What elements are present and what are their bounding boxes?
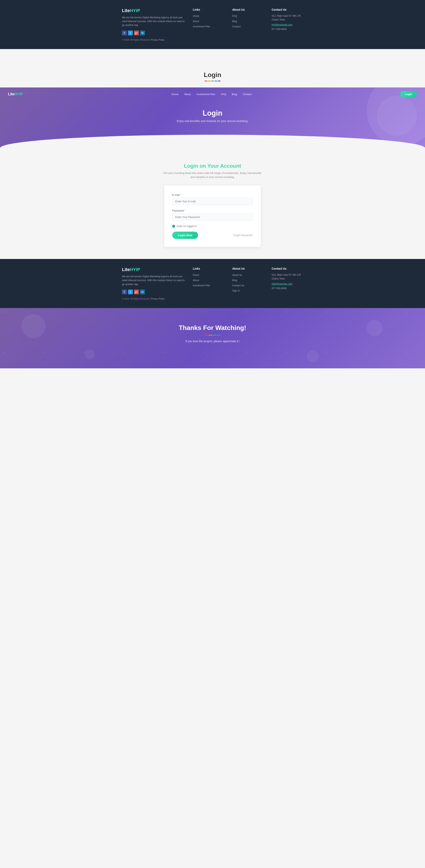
footer2-links-list: Home About Investment Plan bbox=[193, 273, 224, 287]
footer2-googleplus-icon[interactable]: g+ bbox=[134, 289, 139, 294]
spacer-1 bbox=[0, 49, 425, 61]
footer2-email[interactable]: info@example.com bbox=[272, 282, 303, 285]
keep-logged-label: Keep me logged in bbox=[177, 225, 197, 227]
nav-links: Home About Investment Plan FAQ Blog Cont… bbox=[171, 92, 252, 96]
footer2-contact-col: Contact Us 512, Main road ST. MA 176 Cha… bbox=[272, 267, 303, 300]
footer1-links-list: Home About Investment Plan bbox=[193, 14, 224, 28]
footer1-privacy-link[interactable]: Privacy Policy bbox=[151, 39, 165, 41]
login-form-heading-plain: Login on bbox=[184, 163, 207, 169]
login-form-section: Login on Your Account Put your investing… bbox=[0, 151, 425, 259]
footer1-logo-lite: Lite bbox=[122, 8, 130, 13]
googleplus-icon[interactable]: g+ bbox=[134, 31, 139, 35]
hero-section: LiteHYIP Home About Investment Plan FAQ … bbox=[0, 88, 425, 151]
footer1-link-home[interactable]: Home bbox=[193, 15, 199, 18]
footer2-about-us-link[interactable]: About Us bbox=[232, 274, 242, 276]
footer2-signin-link[interactable]: Sign In bbox=[232, 289, 240, 292]
footer2-twitter-icon[interactable]: t bbox=[128, 289, 133, 294]
login-form-card: E-mail * Password * Keep me logged in Lo… bbox=[164, 185, 261, 247]
footer2-desc: We are full service Digital Marketing Ag… bbox=[122, 275, 185, 286]
colorbar-green bbox=[211, 81, 214, 82]
footer1-phone: 877-559-9826 bbox=[272, 28, 303, 31]
footer1-logo-hyip: HYIP bbox=[130, 8, 140, 13]
footer1-about-col: About Us FAQ Blog Contact bbox=[232, 8, 264, 41]
footer2-address: 512, Main road ST. MA 176 Charls Town bbox=[272, 273, 303, 281]
thanks-heading: Thanks For Watching! bbox=[4, 324, 421, 332]
hero-content: Login Enjoy real benefits and rewards on… bbox=[0, 101, 425, 139]
thanks-colorbar-green bbox=[213, 335, 217, 336]
forgot-password-link[interactable]: Forgot Password? bbox=[233, 234, 253, 237]
login-form-description: Put your investing ideas into action wit… bbox=[4, 171, 421, 180]
thanks-colorbar-red bbox=[204, 335, 208, 336]
footer2-about-list: About Us Blog Contact Us Sign In bbox=[232, 273, 264, 292]
nav-logo: LiteHYIP bbox=[8, 92, 23, 96]
footer2-phone: 877-559-9826 bbox=[272, 287, 303, 290]
password-input[interactable] bbox=[172, 213, 253, 221]
footer2-link-home[interactable]: Home bbox=[193, 274, 199, 276]
footer2-linkedin-icon[interactable]: in bbox=[140, 289, 145, 294]
login-form-heading-colored: Your Account bbox=[207, 163, 241, 169]
footer2-logo-hyip: HYIP bbox=[130, 267, 140, 272]
hero-heading: Login bbox=[4, 109, 421, 117]
linkedin-icon[interactable]: in bbox=[140, 31, 145, 35]
nav-link-investment[interactable]: Investment Plan bbox=[197, 93, 215, 96]
nav-logo-hyip: HYIP bbox=[15, 92, 23, 96]
twitter-icon[interactable]: t bbox=[128, 31, 133, 35]
footer2-contact-title: Contact Us bbox=[272, 267, 303, 270]
dots-overlay bbox=[0, 308, 425, 368]
keep-logged-group: Keep me logged in bbox=[172, 225, 253, 227]
thanks-subtext: If you love the project, please apprecia… bbox=[4, 340, 421, 343]
login-title-section: Login bbox=[0, 61, 425, 88]
footer2-logo: LiteHYIP bbox=[122, 267, 185, 272]
footer1-copyright: © 2018. All Rights Reserved. Privacy Pol… bbox=[122, 39, 185, 41]
footer1-about-title: About Us bbox=[232, 8, 264, 11]
footer1-about-link-faq[interactable]: FAQ bbox=[232, 15, 237, 18]
nav-link-blog[interactable]: Blog bbox=[232, 93, 237, 96]
thanks-colorbar-orange bbox=[209, 335, 213, 336]
login-page-title: Login bbox=[4, 71, 421, 79]
form-actions: Login Now Forgot Password? bbox=[172, 231, 253, 239]
footer2-blog-link[interactable]: Blog bbox=[232, 279, 237, 282]
footer2-about-title: About Us bbox=[232, 267, 264, 270]
nav-link-faq[interactable]: FAQ bbox=[221, 93, 226, 96]
footer1-about-link-blog[interactable]: Blog bbox=[232, 20, 237, 23]
thanks-colorbar-blue bbox=[217, 335, 221, 336]
thanks-colorbar bbox=[204, 335, 221, 336]
email-group: E-mail * bbox=[172, 193, 253, 205]
nav-link-home[interactable]: Home bbox=[171, 93, 178, 96]
footer2-link-investment[interactable]: Investment Plan bbox=[193, 284, 210, 287]
footer-1: LiteHYIP We are full service Digital Mar… bbox=[0, 0, 425, 49]
footer2-link-about[interactable]: About bbox=[193, 279, 199, 282]
footer2-contact-link[interactable]: Contact Us bbox=[232, 284, 244, 287]
footer1-email[interactable]: info@example.com bbox=[272, 23, 303, 26]
password-group: Password * bbox=[172, 209, 253, 221]
login-colorbar bbox=[204, 81, 221, 82]
footer1-address: 512, Main road ST. MA 176 Charls Town bbox=[272, 14, 303, 22]
footer2-social: f t g+ in bbox=[122, 289, 185, 294]
footer1-link-about[interactable]: About bbox=[193, 20, 199, 23]
nav-link-contact[interactable]: Contact bbox=[243, 93, 252, 96]
footer1-brand: LiteHYIP We are full service Digital Mar… bbox=[122, 8, 185, 41]
footer1-link-investment[interactable]: Investment Plan bbox=[193, 25, 210, 28]
email-input[interactable] bbox=[172, 198, 253, 205]
colorbar-blue bbox=[214, 81, 217, 82]
footer2-copyright: © 2018. All Rights Reserved. Privacy Pol… bbox=[122, 298, 185, 300]
keep-logged-checkbox[interactable] bbox=[172, 225, 175, 227]
footer2-brand: LiteHYIP We are full service Digital Mar… bbox=[122, 267, 185, 300]
footer2-links-title: Links bbox=[193, 267, 224, 270]
footer2-privacy-link[interactable]: Privacy Policy bbox=[151, 298, 165, 300]
footer1-links-title: Links bbox=[193, 8, 224, 11]
footer1-logo: LiteHYIP bbox=[122, 8, 185, 13]
nav-login-button[interactable]: Login bbox=[400, 91, 417, 97]
login-now-button[interactable]: Login Now bbox=[172, 231, 198, 239]
facebook-icon[interactable]: f bbox=[122, 31, 127, 35]
footer2-logo-lite: Lite bbox=[122, 267, 130, 272]
colorbar-orange bbox=[208, 81, 210, 82]
password-label: Password * bbox=[172, 209, 253, 212]
footer2-links-col: Links Home About Investment Plan bbox=[193, 267, 224, 300]
footer2-facebook-icon[interactable]: f bbox=[122, 289, 127, 294]
login-form-heading: Login on Your Account bbox=[4, 163, 421, 169]
footer1-about-link-contact[interactable]: Contact bbox=[232, 25, 240, 28]
footer2-about-col: About Us About Us Blog Contact Us Sign I… bbox=[232, 267, 264, 300]
nav-link-about[interactable]: About bbox=[184, 93, 191, 96]
colorbar-purple bbox=[218, 81, 221, 82]
